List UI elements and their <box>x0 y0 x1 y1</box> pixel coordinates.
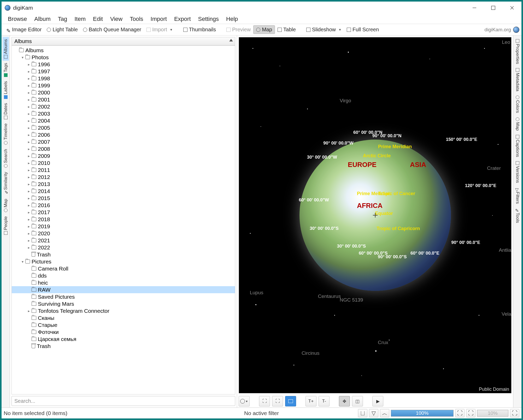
expand-icon[interactable]: ▸ <box>26 91 32 95</box>
tree-row[interactable]: ▸2002 <box>12 103 235 110</box>
tree-row[interactable]: ▸2011 <box>12 166 235 173</box>
tree-row[interactable]: ▸1996 <box>12 61 235 68</box>
expand-icon[interactable]: ▸ <box>26 83 32 88</box>
tree-row[interactable]: Царская семья <box>12 335 235 343</box>
expand-icon[interactable]: ▸ <box>26 175 32 179</box>
tree-row[interactable]: ▸2014 <box>12 188 235 195</box>
tree-row[interactable]: ▸2004 <box>12 117 235 124</box>
expand-icon[interactable]: ▸ <box>26 133 32 137</box>
tab-tags[interactable]: Tags <box>3 61 9 79</box>
minimize-button[interactable] <box>465 2 484 14</box>
map-provider-button[interactable]: ▼ <box>239 396 250 406</box>
brand-link[interactable]: digiKam.org <box>485 27 519 33</box>
fullscreen-button[interactable]: Full Screen <box>344 26 381 34</box>
expand-icon[interactable]: ▸ <box>26 112 32 116</box>
zoom-fit-button[interactable]: ⛶ <box>455 409 465 417</box>
tab-map[interactable]: Map <box>3 197 9 214</box>
expand-icon[interactable]: ▸ <box>26 161 32 165</box>
menu-browse[interactable]: Browse <box>4 15 31 23</box>
expand-icon[interactable]: ▸ <box>26 182 32 186</box>
thumbnails-button[interactable]: Thumbnails <box>181 26 219 34</box>
select-region-button[interactable]: ◫ <box>352 396 363 406</box>
expand-icon[interactable]: ▸ <box>26 98 32 102</box>
tree-row[interactable]: ▸2009 <box>12 152 235 159</box>
menu-export[interactable]: Export <box>171 15 195 23</box>
tree-row[interactable]: ▸2012 <box>12 173 235 181</box>
tree-row[interactable]: Сканы <box>12 314 235 321</box>
tab-dates[interactable]: Dates <box>3 101 9 121</box>
expand-icon[interactable]: ▸ <box>26 147 32 151</box>
tree-row[interactable]: ▸1997 <box>12 68 235 75</box>
expand-icon[interactable]: ▸ <box>26 238 32 243</box>
tab-albums[interactable]: Albums <box>3 37 9 61</box>
collapse-icon[interactable]: ▾ <box>20 260 25 264</box>
expand-icon[interactable]: ▸ <box>26 69 32 74</box>
tree-row[interactable]: ▾Pictures <box>12 258 235 265</box>
expand-icon[interactable]: ▸ <box>26 217 32 221</box>
tree-row[interactable]: Surviving Mars <box>12 300 235 307</box>
expand-icon[interactable]: ▸ <box>26 140 32 144</box>
tab-tools[interactable]: ✎Tools <box>514 206 521 225</box>
tree-row[interactable]: ▸2003 <box>12 110 235 117</box>
collapse-icon[interactable]: ▾ <box>20 55 25 59</box>
tree-row[interactable]: ▸2010 <box>12 159 235 166</box>
tree-row[interactable]: ▸2008 <box>12 145 235 152</box>
preview-button[interactable]: Preview <box>224 26 253 34</box>
tree-row[interactable]: ▸2022 <box>12 244 235 251</box>
zoom-small-button[interactable]: ⛶ <box>466 409 475 417</box>
tree-row[interactable]: ▸1998 <box>12 75 235 82</box>
expand-icon[interactable]: ▸ <box>26 231 32 236</box>
tree-row[interactable]: ▸2001 <box>12 96 235 103</box>
tree-row[interactable]: ▸2000 <box>12 89 235 96</box>
slideshow-button[interactable]: Slideshow▼ <box>304 26 344 34</box>
light-table-button[interactable]: Light Table <box>44 26 80 34</box>
import-button[interactable]: Import▼ <box>144 26 175 34</box>
expand-icon[interactable]: ▸ <box>26 105 32 109</box>
expand-icon[interactable]: ▸ <box>26 168 32 172</box>
zoom-fit2-button[interactable]: ⛶ <box>510 409 519 417</box>
text-increase-button[interactable]: T+ <box>305 396 316 406</box>
search-input[interactable]: Search... <box>11 396 235 406</box>
trash-button[interactable] <box>358 409 367 417</box>
tree-row[interactable]: ▸2006 <box>12 131 235 138</box>
marker-button[interactable] <box>285 396 296 406</box>
text-decrease-button[interactable]: T- <box>319 396 330 406</box>
close-button[interactable] <box>503 2 521 14</box>
tree-row[interactable]: Albums <box>12 47 235 54</box>
tree-row[interactable]: ▸2007 <box>12 138 235 145</box>
menu-settings[interactable]: Settings <box>195 15 223 23</box>
expand-icon[interactable]: ▸ <box>26 76 32 81</box>
album-tree[interactable]: Albums▾Photos▸1996▸1997▸1998▸1999▸2000▸2… <box>11 45 235 394</box>
zoom-slider-2[interactable]: 10% <box>477 410 508 417</box>
tree-row[interactable]: Saved Pictures <box>12 293 235 300</box>
map-button[interactable]: Map <box>253 25 275 34</box>
tab-properties[interactable]: Properties <box>514 37 521 66</box>
menu-edit[interactable]: Edit <box>89 15 107 23</box>
menu-import[interactable]: Import <box>147 15 171 23</box>
tree-row[interactable]: ▸Tonfotos Telegram Connector <box>12 307 235 314</box>
expand-icon[interactable]: ▸ <box>26 126 32 130</box>
expand-icon[interactable]: ▸ <box>26 119 32 123</box>
play-button[interactable]: ▶ <box>372 396 383 406</box>
expand-icon[interactable]: ▸ <box>26 189 32 193</box>
tree-row[interactable]: RAW <box>12 286 235 293</box>
tree-row[interactable]: ▸1999 <box>12 82 235 89</box>
tree-row[interactable]: ▸2017 <box>12 209 235 216</box>
menu-album[interactable]: Album <box>31 15 54 23</box>
tree-row[interactable]: ▸2018 <box>12 216 235 223</box>
tree-row[interactable]: Старые <box>12 321 235 328</box>
tab-colors[interactable]: Colors <box>514 93 521 115</box>
menu-view[interactable]: View <box>107 15 126 23</box>
tree-row[interactable]: Фоточки <box>12 328 235 335</box>
tab-search[interactable]: Search <box>3 147 9 170</box>
menu-help[interactable]: Help <box>222 15 242 23</box>
expand-icon[interactable]: ▸ <box>26 203 32 207</box>
tree-row[interactable]: ▸2013 <box>12 181 235 188</box>
menu-tools[interactable]: Tools <box>126 15 147 23</box>
tree-row[interactable]: heic <box>12 279 235 286</box>
globe-canvas[interactable]: Leo Virgo Crater Antlia Lupus Centaurus … <box>239 37 512 393</box>
batch-queue-button[interactable]: Batch Queue Manager <box>80 26 144 34</box>
menu-item[interactable]: Item <box>71 15 89 23</box>
menu-tag[interactable]: Tag <box>54 15 71 23</box>
tree-row[interactable]: Trash <box>12 251 235 258</box>
